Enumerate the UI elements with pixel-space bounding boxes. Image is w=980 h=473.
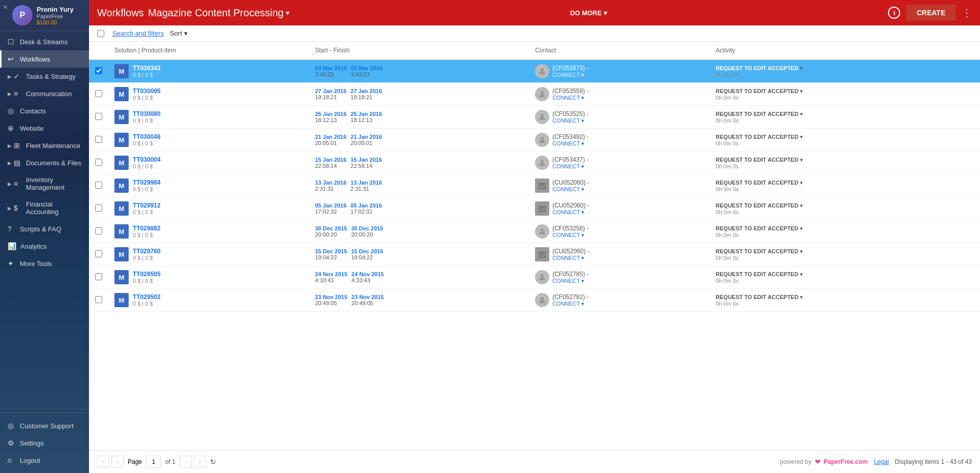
row-checkbox[interactable] <box>95 250 102 257</box>
do-more-button[interactable]: DO MORE ▾ <box>570 9 607 17</box>
item-id[interactable]: TT030046 <box>133 133 161 140</box>
contact-connect-link[interactable]: CONNECT ▾ <box>552 95 588 101</box>
sidebar-item-logout[interactable]: ⎋ Logout <box>0 452 89 469</box>
sidebar-item-website[interactable]: ⊕ Website <box>0 120 89 137</box>
table-row[interactable]: M TT030343 0 $ | 0 $ 03 Mar 20163:43:23 … <box>89 60 980 83</box>
table-row[interactable]: M TT030004 0 $ | 0 $ 15 Jan 201622:58:14… <box>89 152 980 174</box>
close-icon[interactable]: ✕ <box>3 4 8 11</box>
sidebar-item-desk-streams[interactable]: ☐ Desk & Streams <box>0 33 89 50</box>
more-options-icon[interactable]: ⋮ <box>962 7 972 19</box>
page-number-input[interactable] <box>146 456 161 468</box>
activity-text: REQUEST TO EDIT ACCEPTED <box>716 134 798 140</box>
contact-connect-link[interactable]: CONNECT ▾ <box>552 117 588 124</box>
date-range: 03 Mar 20163:43:23 03 Mar 20163:43:23 <box>315 65 523 77</box>
activity-text: REQUEST TO EDIT ACCEPTED <box>716 225 798 231</box>
workflow-name[interactable]: Magazine Content Processing ▾ <box>148 7 289 19</box>
contact-avatar <box>535 110 549 124</box>
item-id[interactable]: TT029502 <box>133 293 161 301</box>
user-profile[interactable]: ✕ P Pronin Yury PaperFree $100.00 <box>0 0 89 31</box>
item-id[interactable]: TT029912 <box>133 202 161 209</box>
sidebar-item-customer-support[interactable]: ◎ Customer Support <box>0 417 89 434</box>
activity-dropdown-icon[interactable]: ▾ <box>800 134 803 140</box>
activity-dropdown-icon[interactable]: ▾ <box>800 111 803 117</box>
table-row[interactable]: M TT029882 0 $ | 0 $ 30 Dec 201520:00:20… <box>89 220 980 243</box>
item-id[interactable]: TT030343 <box>133 65 161 72</box>
activity-dropdown-icon[interactable]: ▾ <box>800 202 803 209</box>
logout-icon: ⎋ <box>8 456 16 464</box>
contact-connect-link[interactable]: CONNECT ▾ <box>552 301 588 307</box>
docs-icon: ▤ <box>14 159 22 167</box>
sidebar-item-scripts-faq[interactable]: ? Scripts & FAQ <box>0 220 89 238</box>
sidebar-item-analytics[interactable]: 📊 Analytics <box>0 238 89 255</box>
contact-connect-link[interactable]: CONNECT ▾ <box>552 140 588 147</box>
first-page-button[interactable]: « <box>97 456 109 468</box>
sidebar-item-fleet-maintenance[interactable]: ▶ ⊞ Fleet Maintenance <box>0 137 89 154</box>
contact-connect-link[interactable]: CONNECT ▾ <box>552 255 589 261</box>
table-row[interactable]: M TT029502 0 $ | 0 $ 23 Nov 201520:49:05… <box>89 289 980 312</box>
item-info: M TT029912 0 $ | 0 $ <box>114 201 303 216</box>
activity-dropdown-icon[interactable]: ▾ <box>800 65 803 71</box>
activity-dropdown-icon[interactable]: ▾ <box>800 248 803 254</box>
item-id[interactable]: TT030004 <box>133 156 161 163</box>
sidebar-item-tasks-strategy[interactable]: ▶ ✓ Tasks & Strategy <box>0 68 89 85</box>
sidebar-item-workflows[interactable]: ↩ Workflows <box>0 50 89 68</box>
select-all-checkbox[interactable] <box>97 30 104 37</box>
activity-time: 0h 0m 0s <box>716 255 974 261</box>
row-checkbox[interactable] <box>95 296 102 303</box>
sort-button[interactable]: Sort ▾ <box>170 29 188 37</box>
row-checkbox[interactable] <box>95 273 102 280</box>
activity-dropdown-icon[interactable]: ▾ <box>800 294 803 300</box>
next-page-button[interactable]: › <box>180 456 192 468</box>
row-checkbox[interactable] <box>95 67 102 74</box>
contact-connect-link[interactable]: CONNECT ▾ <box>552 163 588 170</box>
row-checkbox[interactable] <box>95 182 102 189</box>
contact-connect-link[interactable]: CONNECT ▾ <box>552 72 588 78</box>
sidebar-item-documents-files[interactable]: ▶ ▤ Documents & Files <box>0 154 89 171</box>
item-id[interactable]: TT030095 <box>133 87 161 95</box>
last-page-button[interactable]: » <box>194 456 206 468</box>
prev-page-button[interactable]: ‹ <box>111 456 124 468</box>
activity-dropdown-icon[interactable]: ▾ <box>800 157 803 163</box>
info-button[interactable]: i <box>888 7 900 19</box>
row-checkbox[interactable] <box>95 136 102 143</box>
item-amounts: 0 $ | 0 $ <box>133 278 161 284</box>
table-row[interactable]: M TT029760 0 $ | 0 $ 15 Dec 201519:04:22… <box>89 243 980 266</box>
sidebar-item-communication[interactable]: ▶ ≡ Communication <box>0 85 89 102</box>
row-checkbox[interactable] <box>95 159 102 166</box>
table-row[interactable]: M TT029912 0 $ | 0 $ 05 Jan 201617:02:32… <box>89 197 980 220</box>
table-row[interactable]: M TT029505 0 $ | 0 $ 24 Nov 20154:33:43 … <box>89 266 980 289</box>
item-id[interactable]: TT029505 <box>133 271 161 278</box>
table-row[interactable]: M TT030095 0 $ | 0 $ 27 Jan 201619:18:21… <box>89 83 980 106</box>
refresh-button[interactable]: ↻ <box>210 458 216 466</box>
item-amounts: 0 $ | 0 $ <box>133 72 161 78</box>
item-id[interactable]: TT029760 <box>133 248 161 255</box>
table-row[interactable]: M TT030046 0 $ | 0 $ 21 Jan 201620:05:01… <box>89 129 980 152</box>
row-checkbox[interactable] <box>95 204 102 212</box>
contact-connect-link[interactable]: CONNECT ▾ <box>552 232 588 239</box>
item-id[interactable]: TT029882 <box>133 225 161 232</box>
contact-connect-link[interactable]: CONNECT ▾ <box>552 209 589 216</box>
activity-dropdown-icon[interactable]: ▾ <box>800 88 803 94</box>
activity-dropdown-icon[interactable]: ▾ <box>800 180 803 186</box>
row-checkbox[interactable] <box>95 90 102 97</box>
create-button[interactable]: CREATE <box>906 5 956 21</box>
row-checkbox[interactable] <box>95 227 102 234</box>
table-row[interactable]: M TT029984 0 $ | 0 $ 13 Jan 20162:31:31 … <box>89 174 980 197</box>
sidebar-item-contacts[interactable]: ◎ Contacts <box>0 102 89 120</box>
activity-dropdown-icon[interactable]: ▾ <box>800 225 803 231</box>
activity-dropdown-icon[interactable]: ▾ <box>800 271 803 277</box>
item-id[interactable]: TT030080 <box>133 110 161 117</box>
row-checkbox[interactable] <box>95 113 102 120</box>
sidebar-item-inventory-management[interactable]: ▶ ≡ Inventory Management <box>0 171 89 196</box>
search-filters-link[interactable]: Search and filters <box>112 29 164 37</box>
contact-connect-link[interactable]: CONNECT ▾ <box>552 186 589 193</box>
table-row[interactable]: M TT030080 0 $ | 0 $ 25 Jan 201618:12:13… <box>89 106 980 129</box>
contact-connect-link[interactable]: CONNECT ▾ <box>552 278 588 284</box>
pagination-bar: « ‹ Page of 1 › » ↻ powered by ❤ PaperFr… <box>89 450 980 473</box>
item-id[interactable]: TT029984 <box>133 179 161 186</box>
legal-link[interactable]: Legal <box>874 458 888 465</box>
sidebar-item-label: Communication <box>26 90 72 98</box>
sidebar-item-more-tools[interactable]: ✦ More Tools <box>0 255 89 272</box>
sidebar-item-financial-accounting[interactable]: ▶ $ Financial Accounting <box>0 196 89 220</box>
sidebar-item-settings[interactable]: ⚙ Settings <box>0 434 89 452</box>
